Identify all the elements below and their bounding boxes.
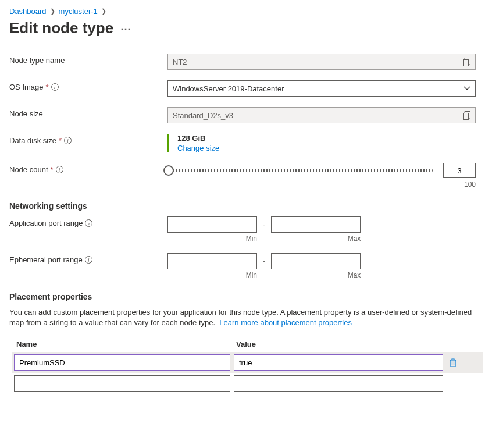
placement-section-title: Placement properties (9, 292, 483, 301)
prop-value-input[interactable] (234, 375, 443, 392)
prop-value-input[interactable] (234, 354, 443, 371)
copy-icon[interactable] (463, 111, 470, 120)
svg-rect-0 (464, 59, 469, 66)
data-disk-size-value: 128 GiB (177, 134, 476, 143)
eph-port-max-input[interactable] (271, 253, 361, 269)
node-count-slider[interactable] (167, 169, 433, 172)
node-type-name-field: NT2 (167, 54, 476, 70)
label-node-type-name: Node type name (9, 54, 167, 65)
max-label: Max (348, 271, 361, 279)
placement-table: Name Value (12, 336, 483, 394)
os-image-select[interactable]: WindowsServer 2019-Datacenter (167, 80, 476, 97)
range-dash: - (263, 220, 265, 239)
chevron-down-icon (464, 86, 470, 91)
change-size-link[interactable]: Change size (177, 144, 476, 152)
col-header-name: Name (16, 340, 236, 349)
breadcrumb: Dashboard ❯ mycluster-1 ❯ (9, 7, 483, 16)
max-label: Max (348, 234, 361, 243)
placement-description: You can add custom placement properties … (9, 307, 483, 328)
page-title: Edit node type ⋯ (9, 19, 483, 37)
learn-more-link[interactable]: Learn more about placement properties (219, 318, 352, 327)
prop-name-input[interactable] (14, 375, 230, 392)
breadcrumb-cluster[interactable]: mycluster-1 (59, 7, 98, 16)
breadcrumb-dashboard[interactable]: Dashboard (9, 7, 47, 16)
label-eph-port-range: Ephemeral port range i (9, 253, 167, 264)
label-data-disk-size: Data disk size* i (9, 134, 167, 145)
label-app-port-range: Application port range i (9, 216, 167, 227)
trash-icon[interactable] (447, 358, 459, 367)
range-dash: - (263, 257, 265, 276)
eph-port-min-input[interactable] (167, 253, 257, 269)
networking-section-title: Networking settings (9, 201, 483, 211)
chevron-right-icon: ❯ (50, 8, 55, 15)
slider-thumb[interactable] (163, 165, 174, 176)
min-label: Min (246, 271, 257, 279)
more-icon[interactable]: ⋯ (120, 22, 132, 35)
table-row (12, 373, 483, 394)
svg-rect-1 (464, 113, 469, 119)
app-port-min-input[interactable] (167, 216, 257, 233)
info-icon[interactable]: i (51, 83, 59, 91)
chevron-right-icon: ❯ (101, 8, 106, 15)
label-os-image: OS Image* i (9, 80, 167, 91)
min-label: Min (246, 234, 257, 243)
label-node-size: Node size (9, 107, 167, 118)
prop-name-input[interactable] (14, 354, 230, 371)
info-icon[interactable]: i (64, 137, 72, 144)
info-icon[interactable]: i (56, 166, 63, 173)
label-node-count: Node count* i (9, 163, 167, 174)
copy-icon[interactable] (463, 58, 470, 66)
node-size-field: Standard_D2s_v3 (167, 107, 476, 123)
node-count-max: 100 (167, 180, 476, 189)
col-header-value: Value (236, 340, 256, 349)
info-icon[interactable]: i (85, 256, 92, 264)
node-count-input[interactable] (443, 163, 476, 178)
table-row (12, 352, 483, 373)
app-port-max-input[interactable] (271, 216, 361, 233)
info-icon[interactable]: i (85, 219, 92, 227)
